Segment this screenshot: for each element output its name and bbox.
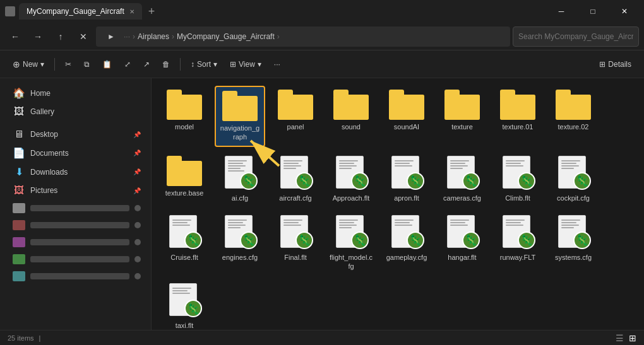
folder-sound[interactable]: sound [326,86,376,147]
folder-icon-sound [333,90,369,120]
sidebar-item-documents[interactable]: 📄 Documents 📌 [3,144,148,162]
file-final-flt[interactable]: 🦎 Final.flt [270,211,321,275]
list-view-button[interactable]: ☰ [616,333,624,343]
file-taxi-flt[interactable]: 🦎 taxi.flt [159,279,210,330]
file-ai-cfg[interactable]: 🦎 ai.cfg [215,152,265,206]
file-label-climb-flt: Climb.flt [505,194,530,202]
file-hangar-flt[interactable]: 🦎 hangar.flt [437,211,487,275]
file-cockpit-cfg[interactable]: 🦎 cockpit.cfg [548,152,599,206]
cfg-icon-runway: 🦎 [500,215,535,250]
sidebar-blurred-5 [3,268,148,284]
pictures-pin: 📌 [133,187,141,194]
file-cruise-flt[interactable]: 🦎 Cruise.flt [159,211,210,275]
file-label-approach-flt: Approach.flt [333,194,370,202]
details-icon: ⊞ [599,60,605,69]
file-gameplay-cfg[interactable]: 🦎 gameplay.cfg [381,211,432,275]
cfg-icon-aircraft: 🦎 [278,156,313,191]
new-tab-button[interactable]: + [143,5,160,18]
folder-icon-navigation-graph [222,91,258,121]
up-button[interactable]: ↑ [51,26,71,47]
breadcrumb-current[interactable]: MyCompany_Gauge_Aircraft [177,32,275,41]
folder-panel[interactable]: panel [270,86,321,147]
sidebar-label-home: Home [30,89,51,98]
file-engines-cfg[interactable]: 🦎 engines.cfg [215,211,265,275]
close-button[interactable]: ✕ [610,2,639,21]
file-cameras-cfg[interactable]: 🦎 cameras.cfg [437,152,487,206]
active-tab[interactable]: MyCompany_Gauge_Aircraft ✕ [19,3,142,20]
file-approach-flt[interactable]: 🦎 Approach.flt [326,152,376,206]
file-label-cockpit-cfg: cockpit.cfg [557,194,590,202]
search-input[interactable] [513,26,639,47]
more-button[interactable]: ··· [269,56,285,73]
view-button[interactable]: ⊞ View ▾ [225,56,266,73]
minimize-button[interactable]: ─ [547,2,576,21]
documents-pin: 📌 [133,149,141,156]
breadcrumb-airplanes[interactable]: Airplanes [138,32,169,41]
folder-model[interactable]: model [159,86,210,147]
blurred-color-1 [13,203,25,213]
file-runway-flt[interactable]: 🦎 runway.FLT [492,211,543,275]
cfg-icon-systems: 🦎 [556,215,591,250]
tab-title: MyCompany_Gauge_Aircraft [27,7,124,16]
file-area: model navigation_graph [152,78,644,330]
maximize-button[interactable]: □ [578,2,607,21]
forward-button[interactable]: → [28,26,48,47]
sidebar-item-desktop[interactable]: 🖥 Desktop 📌 [3,126,148,143]
file-aircraft-cfg[interactable]: 🦎 aircraft.cfg [270,152,321,206]
blurred-color-4 [13,254,25,264]
sidebar-label-desktop: Desktop [30,130,58,139]
cfg-icon-taxi: 🦎 [167,283,202,319]
share-button[interactable]: ↗ [138,56,155,73]
file-apron-flt[interactable]: 🦎 apron.flt [381,152,432,206]
sidebar-item-downloads[interactable]: ⬇ Downloads 📌 [3,163,148,181]
folder-texture01[interactable]: texture.01 [492,86,543,147]
folder-label-texture: texture [451,122,473,131]
address-bar: ← → ↑ ✕ ► ··· › Airplanes › MyCompany_Ga… [0,23,644,50]
view-chevron: ▾ [258,60,261,69]
paste-button[interactable]: 📋 [97,56,117,73]
blurred-pin-1 [134,205,141,211]
pictures-icon: 🖼 [13,185,25,196]
copy-button[interactable]: ⧉ [79,56,95,73]
folder-texturebase[interactable]: texture.base [159,152,210,206]
back-button[interactable]: ← [5,26,25,47]
cfg-icon-engines: 🦎 [222,215,258,250]
details-label: Details [608,60,631,69]
rename-button[interactable]: ⤢ [119,56,136,73]
folder-soundai[interactable]: soundAI [381,86,432,147]
cut-button[interactable]: ✂ [60,56,76,73]
cfg-icon-gameplay: 🦎 [389,215,424,250]
file-climb-flt[interactable]: 🦎 Climb.flt [492,152,543,206]
folder-texture02[interactable]: texture.02 [548,86,599,147]
item-count: 25 items [8,334,34,342]
sidebar-item-pictures[interactable]: 🖼 Pictures 📌 [3,182,148,199]
view-label: View [239,60,255,69]
file-flight-model-cfg[interactable]: 🦎 flight_model.cfg [326,211,376,275]
file-label-gameplay-cfg: gameplay.cfg [386,253,427,262]
sidebar: 🏠 Home 🖼 Gallery 🖥 Desktop 📌 📄 Documents… [0,78,152,330]
file-label-flight-model-cfg: flight_model.cfg [330,253,373,271]
file-label-hangar-flt: hangar.flt [448,253,476,262]
blurred-color-5 [13,271,25,281]
breadcrumb-arrow2: › [172,32,174,41]
cancel-button[interactable]: ✕ [73,26,93,47]
grid-view-button[interactable]: ⊞ [629,333,636,343]
status-separator: | [39,334,41,342]
details-button[interactable]: ⊞ Details [594,56,636,73]
sidebar-item-gallery[interactable]: 🖼 Gallery [3,103,148,120]
breadcrumb-expand[interactable]: ► [101,26,121,47]
file-label-cameras-cfg: cameras.cfg [443,194,481,202]
tab-close-btn[interactable]: ✕ [129,8,134,15]
new-button[interactable]: ⊕ New ▾ [8,56,49,73]
delete-button[interactable]: 🗑 [157,56,175,73]
breadcrumb-arrow3: › [277,32,280,41]
sep2 [180,58,181,71]
new-icon: ⊕ [13,59,20,69]
file-systems-cfg[interactable]: 🦎 systems.cfg [548,211,599,275]
folder-texture[interactable]: texture [437,86,487,147]
folder-navigation-graph[interactable]: navigation_graph [215,86,265,147]
downloads-icon: ⬇ [13,166,25,178]
cfg-icon-cruise: 🦎 [167,215,202,250]
sort-button[interactable]: ↕ Sort ▾ [186,56,222,73]
sidebar-item-home[interactable]: 🏠 Home [3,84,148,102]
